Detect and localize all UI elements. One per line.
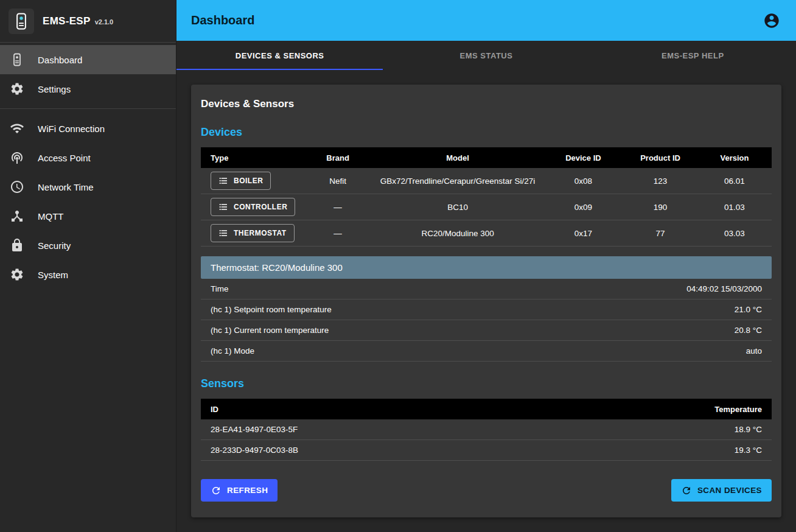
refresh-button[interactable]: REFRESH bbox=[201, 479, 278, 502]
device-brand: — bbox=[304, 203, 372, 212]
column-header: Temperature bbox=[714, 405, 762, 414]
sensors-table-header: ID Temperature bbox=[201, 399, 772, 419]
sensor-temperature: 18.9 °C bbox=[735, 425, 762, 434]
app-logo-icon bbox=[9, 9, 34, 34]
device-version: 03.03 bbox=[697, 229, 772, 238]
device-id: 0x17 bbox=[543, 229, 623, 238]
column-header: Version bbox=[697, 153, 772, 163]
devices-heading: Devices bbox=[201, 126, 772, 139]
column-header: Device ID bbox=[543, 153, 623, 163]
account-circle-icon bbox=[763, 12, 780, 29]
sidebar-item-label: Security bbox=[38, 240, 71, 251]
thermostat-banner: Thermostat: RC20/Moduline 300 bbox=[201, 256, 772, 279]
sidebar-divider bbox=[0, 108, 176, 109]
value-text: auto bbox=[746, 346, 762, 355]
thermostat-values: Time 04:49:02 15/03/2000 (hc 1) Setpoint… bbox=[201, 279, 772, 362]
value-text: 20.8 °C bbox=[735, 326, 762, 335]
value-label: (hc 1) Current room temperature bbox=[211, 326, 329, 335]
device-model: BC10 bbox=[372, 203, 543, 212]
device-version: 01.03 bbox=[697, 203, 772, 212]
device-type-label: BOILER bbox=[234, 177, 263, 185]
scan-devices-button-label: SCAN DEVICES bbox=[697, 486, 762, 495]
device-row: THERMOSTAT — RC20/Moduline 300 0x17 77 0… bbox=[201, 220, 772, 247]
device-product-id: 77 bbox=[623, 229, 697, 238]
sensors-section: Sensors ID Temperature 28-EA41-9497-0E03… bbox=[201, 377, 772, 461]
device-product-id: 123 bbox=[623, 177, 697, 186]
app-version: v2.1.0 bbox=[95, 18, 114, 26]
sensor-row: 28-EA41-9497-0E03-5F 18.9 °C bbox=[201, 419, 772, 440]
account-button[interactable] bbox=[762, 11, 781, 30]
sidebar-nav: Dashboard Settings WiFi Connection Acces… bbox=[0, 43, 176, 292]
wifi-tethering-icon bbox=[10, 150, 24, 165]
sidebar-item-label: MQTT bbox=[38, 211, 64, 222]
sensor-id: 28-233D-9497-0C03-8B bbox=[211, 446, 298, 455]
device-id: 0x09 bbox=[543, 203, 623, 212]
column-header: ID bbox=[211, 405, 218, 414]
app-name: EMS-ESP bbox=[43, 15, 91, 27]
scan-devices-button[interactable]: SCAN DEVICES bbox=[671, 479, 772, 502]
list-icon bbox=[218, 176, 228, 186]
devices-table-header: Type Brand Model Device ID Product ID Ve… bbox=[201, 147, 772, 168]
tab-bar: DEVICES & SENSORS EMS STATUS EMS-ESP HEL… bbox=[176, 41, 796, 70]
device-row: CONTROLLER — BC10 0x09 190 01.03 bbox=[201, 194, 772, 220]
device-type-label: THERMOSTAT bbox=[234, 229, 287, 237]
sidebar-item-access-point[interactable]: Access Point bbox=[0, 143, 176, 172]
sensor-temperature: 19.3 °C bbox=[735, 446, 762, 455]
list-icon bbox=[218, 202, 228, 212]
sidebar-item-system[interactable]: System bbox=[0, 260, 176, 289]
devices-sensors-card: Devices & Sensors Devices Type Brand Mod… bbox=[191, 85, 781, 517]
value-label: (hc 1) Mode bbox=[211, 346, 254, 355]
device-type-button-thermostat[interactable]: THERMOSTAT bbox=[211, 224, 295, 242]
column-header: Model bbox=[372, 153, 543, 163]
gear-icon bbox=[10, 82, 24, 96]
device-type-button-controller[interactable]: CONTROLLER bbox=[211, 198, 295, 216]
value-label: Time bbox=[211, 284, 229, 293]
tab-devices-sensors[interactable]: DEVICES & SENSORS bbox=[176, 41, 383, 70]
device-remote-icon bbox=[10, 52, 24, 67]
sidebar-item-label: Settings bbox=[38, 84, 71, 94]
device-brand: — bbox=[304, 229, 372, 238]
sidebar-item-label: Access Point bbox=[38, 153, 91, 163]
devices-table: Type Brand Model Device ID Product ID Ve… bbox=[201, 147, 772, 247]
sidebar-item-dashboard[interactable]: Dashboard bbox=[0, 45, 176, 74]
device-version: 06.01 bbox=[697, 177, 772, 186]
content-area: Devices & Sensors Devices Type Brand Mod… bbox=[176, 70, 796, 532]
clock-icon bbox=[10, 180, 24, 194]
thermostat-row: Time 04:49:02 15/03/2000 bbox=[201, 279, 772, 299]
app-title: EMS-ESPv2.1.0 bbox=[43, 15, 113, 27]
panel-title: Devices & Sensors bbox=[201, 98, 772, 110]
value-label: (hc 1) Setpoint room temperature bbox=[211, 305, 332, 314]
column-header: Type bbox=[201, 153, 304, 163]
sidebar-item-network-time[interactable]: Network Time bbox=[0, 172, 176, 201]
sidebar-item-wifi-connection[interactable]: WiFi Connection bbox=[0, 114, 176, 143]
tab-label: DEVICES & SENSORS bbox=[236, 51, 324, 60]
sidebar-item-security[interactable]: Security bbox=[0, 231, 176, 260]
refresh-button-label: REFRESH bbox=[227, 486, 268, 495]
page-title: Dashboard bbox=[191, 13, 254, 27]
sensor-row: 28-233D-9497-0C03-8B 19.3 °C bbox=[201, 440, 772, 461]
sidebar-item-mqtt[interactable]: MQTT bbox=[0, 201, 176, 231]
device-model: RC20/Moduline 300 bbox=[372, 229, 543, 238]
device-row: BOILER Nefit GBx72/Trendline/Cerapur/Gre… bbox=[201, 168, 772, 194]
appbar: Dashboard bbox=[176, 0, 796, 41]
sidebar: EMS-ESPv2.1.0 Dashboard Settings WiFi Co… bbox=[0, 0, 176, 532]
tab-ems-esp-help[interactable]: EMS-ESP HELP bbox=[590, 41, 796, 70]
refresh-icon bbox=[681, 485, 692, 496]
device-hub-icon bbox=[10, 209, 24, 223]
tab-active-indicator bbox=[176, 69, 383, 70]
device-type-button-boiler[interactable]: BOILER bbox=[211, 172, 271, 190]
sidebar-item-settings[interactable]: Settings bbox=[0, 74, 176, 103]
device-product-id: 190 bbox=[623, 203, 697, 212]
device-brand: Nefit bbox=[304, 177, 372, 186]
column-header: Product ID bbox=[623, 153, 697, 163]
tab-ems-status[interactable]: EMS STATUS bbox=[383, 41, 589, 70]
value-text: 04:49:02 15/03/2000 bbox=[686, 284, 762, 293]
refresh-icon bbox=[211, 485, 222, 496]
tab-label: EMS STATUS bbox=[460, 51, 513, 60]
device-model: GBx72/Trendline/Cerapur/Greenstar Si/27i bbox=[372, 177, 543, 186]
thermostat-row: (hc 1) Setpoint room temperature 21.0 °C bbox=[201, 299, 772, 320]
sidebar-item-label: System bbox=[38, 270, 68, 280]
main-area: Dashboard DEVICES & SENSORS EMS STATUS E… bbox=[176, 0, 796, 532]
device-id: 0x08 bbox=[543, 177, 623, 186]
gear-icon bbox=[10, 267, 24, 282]
